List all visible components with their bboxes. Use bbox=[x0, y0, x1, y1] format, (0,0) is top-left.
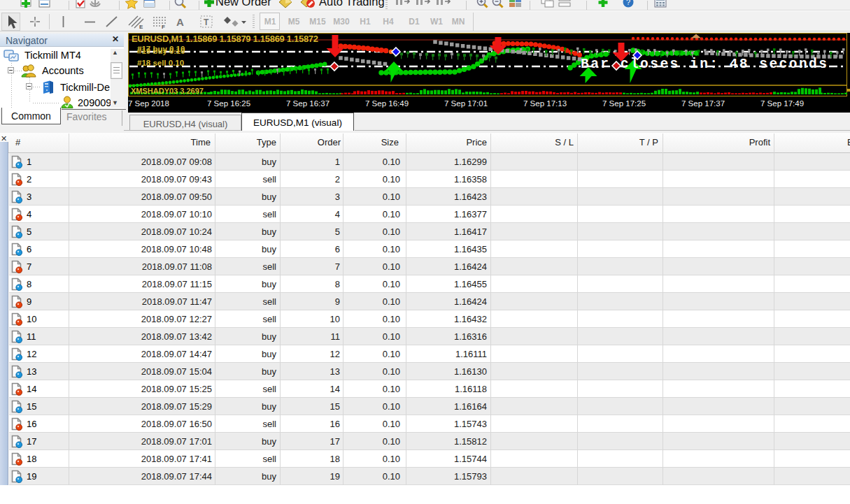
svg-text:7 Sep 17:37: 7 Sep 17:37 bbox=[681, 99, 725, 108]
svg-text:7 Sep 17:49: 7 Sep 17:49 bbox=[760, 99, 804, 108]
svg-text:?: ? bbox=[626, 0, 630, 6]
svg-text:7 Sep 2018: 7 Sep 2018 bbox=[128, 99, 169, 108]
svg-text:7 Sep 17:25: 7 Sep 17:25 bbox=[602, 99, 646, 108]
svg-text:7 Sep 16:25: 7 Sep 16:25 bbox=[207, 99, 250, 108]
svg-text:EURUSD,M1 1.15869 1.15879 1.1: EURUSD,M1 1.15869 1.15879 1.15869 1.1587… bbox=[132, 34, 318, 44]
svg-text:E: E bbox=[139, 24, 143, 30]
svg-text:T: T bbox=[204, 17, 209, 27]
svg-text:7 Sep 17:13: 7 Sep 17:13 bbox=[523, 99, 567, 108]
svg-text:XMSHADY03 3.2697: XMSHADY03 3.2697 bbox=[131, 87, 204, 95]
svg-text:7 Sep 17:01: 7 Sep 17:01 bbox=[444, 99, 488, 108]
svg-text:7 Sep 16:49: 7 Sep 16:49 bbox=[365, 99, 409, 108]
svg-text:A: A bbox=[176, 16, 184, 28]
svg-text:Bar closes in: 48 seconds: Bar closes in: 48 seconds bbox=[581, 57, 827, 72]
svg-text:7 Sep 16:37: 7 Sep 16:37 bbox=[286, 99, 330, 108]
svg-text:#19 buy 0.10: #19 buy 0.10 bbox=[137, 47, 185, 55]
svg-text:#18 sell 0.10: #18 sell 0.10 bbox=[137, 59, 184, 67]
svg-text:F: F bbox=[162, 24, 165, 30]
